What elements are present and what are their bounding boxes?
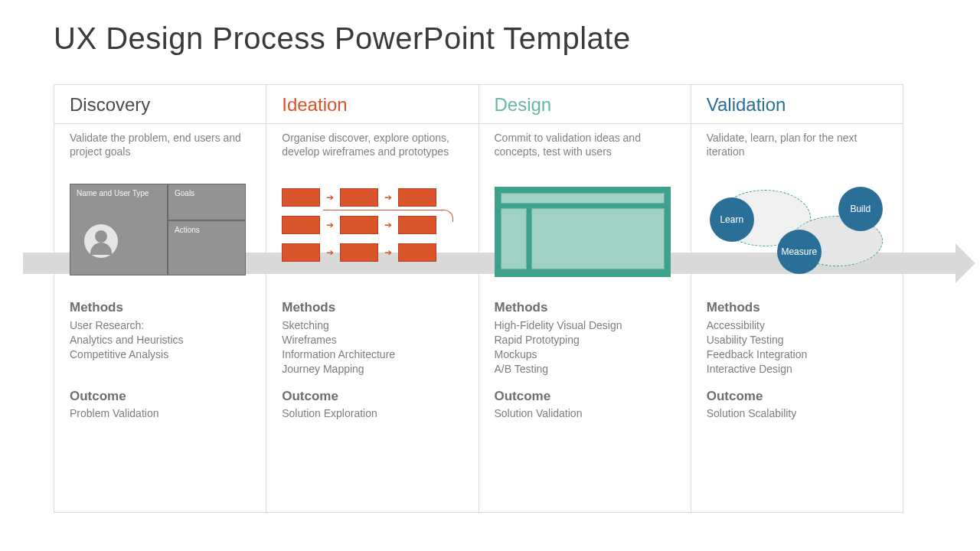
column-description: Commit to validation ideas and concepts,…: [495, 132, 678, 173]
discovery-illustration: Name and User Type Goals Actions: [70, 184, 253, 283]
lean-cycle: Learn Build Measure: [707, 187, 890, 279]
column-header: Validation: [691, 85, 903, 124]
column-heading: Validation: [707, 94, 890, 116]
methods-text: Sketching Wireframes Information Archite…: [282, 318, 466, 377]
process-columns: Discovery Validate the problem, end user…: [54, 84, 903, 513]
methods-list: Sketching Wireframes Information Archite…: [282, 318, 466, 378]
column-design: Design Commit to validation ideas and co…: [479, 85, 691, 512]
methods-list: User Research: Analytics and Heuristics …: [70, 318, 253, 378]
flow-box-icon: [282, 243, 320, 262]
column-description: Organise discover, explore options, deve…: [282, 132, 466, 173]
outcome-heading: Outcome: [70, 389, 253, 404]
methods-list: Accessibility Usability Testing Feedback…: [707, 318, 890, 378]
ideation-illustration: ➔ ➔ ▾ ➔ ➔ ➔ ➔: [282, 184, 466, 283]
arrow-right-icon: ➔: [384, 247, 392, 258]
column-body: Organise discover, explore options, deve…: [266, 124, 478, 512]
methods-heading: Methods: [282, 300, 466, 315]
column-description: Validate the problem, end users and proj…: [70, 132, 253, 173]
arrow-right-icon: ➔: [384, 192, 392, 203]
persona-card: Name and User Type Goals Actions: [70, 184, 246, 276]
methods-heading: Methods: [70, 300, 253, 315]
methods-heading: Methods: [495, 300, 678, 315]
wireframe-mockup: [495, 187, 671, 277]
outcome-text: Solution Exploration: [282, 407, 466, 419]
flow-row: ➔ ➔: [282, 243, 466, 262]
flow-curve-icon: [323, 210, 453, 222]
outcome-text: Problem Validation: [70, 407, 253, 419]
arrow-down-icon: ▾: [297, 214, 302, 225]
flow-row: ➔ ➔: [282, 188, 466, 207]
column-discovery: Discovery Validate the problem, end user…: [54, 85, 266, 512]
methods-text: High-Fidelity Visual Design Rapid Protot…: [495, 318, 678, 377]
circle-measure: Measure: [777, 230, 822, 274]
mockup-content-icon: [531, 208, 665, 269]
column-description: Validate, learn, plan for the next itera…: [707, 132, 890, 173]
column-body: Commit to validation ideas and concepts,…: [479, 124, 691, 512]
mockup-sidebar-icon: [501, 208, 527, 269]
mockup-topbar-icon: [501, 193, 665, 204]
persona-actions-cell: Actions: [168, 220, 246, 276]
outcome-heading: Outcome: [282, 389, 466, 404]
persona-name-label: Name and User Type: [77, 189, 149, 197]
column-body: Validate, learn, plan for the next itera…: [691, 124, 903, 512]
arrow-right-icon: ➔: [326, 192, 334, 203]
flow-box-icon: [340, 188, 378, 207]
persona-name-cell: Name and User Type: [70, 184, 168, 276]
column-header: Ideation: [266, 85, 478, 124]
circle-learn: Learn: [710, 197, 754, 242]
avatar-icon: [84, 224, 118, 258]
outcome-text: Solution Scalability: [707, 407, 890, 419]
methods-text: User Research: Analytics and Heuristics …: [70, 318, 253, 362]
outcome-text: Solution Validation: [495, 407, 678, 419]
persona-goals-cell: Goals: [168, 184, 246, 220]
flow-box-icon: [282, 188, 320, 207]
slide: UX Design Process PowerPoint Template Di…: [0, 0, 980, 551]
methods-list: High-Fidelity Visual Design Rapid Protot…: [495, 318, 678, 378]
column-heading: Design: [495, 94, 678, 116]
page-title: UX Design Process PowerPoint Template: [54, 21, 934, 56]
flow-diagram: ➔ ➔ ▾ ➔ ➔ ➔ ➔: [282, 188, 466, 271]
process-arrow-head-icon: [956, 243, 975, 283]
arrow-right-icon: ➔: [326, 247, 334, 258]
validation-illustration: Learn Build Measure: [707, 184, 890, 283]
methods-heading: Methods: [707, 300, 890, 315]
column-header: Design: [479, 85, 691, 124]
outcome-heading: Outcome: [495, 389, 678, 404]
design-illustration: [495, 184, 678, 283]
outcome-heading: Outcome: [707, 389, 890, 404]
methods-text: Accessibility Usability Testing Feedback…: [707, 318, 890, 377]
flow-box-icon: [340, 243, 378, 262]
circle-build: Build: [838, 187, 883, 231]
column-body: Validate the problem, end users and proj…: [54, 124, 266, 512]
column-validation: Validation Validate, learn, plan for the…: [691, 85, 903, 512]
flow-box-icon: [398, 188, 436, 207]
column-ideation: Ideation Organise discover, explore opti…: [266, 85, 479, 512]
column-header: Discovery: [54, 85, 266, 124]
column-heading: Discovery: [70, 94, 253, 116]
flow-box-icon: [398, 243, 436, 262]
column-heading: Ideation: [282, 94, 466, 116]
